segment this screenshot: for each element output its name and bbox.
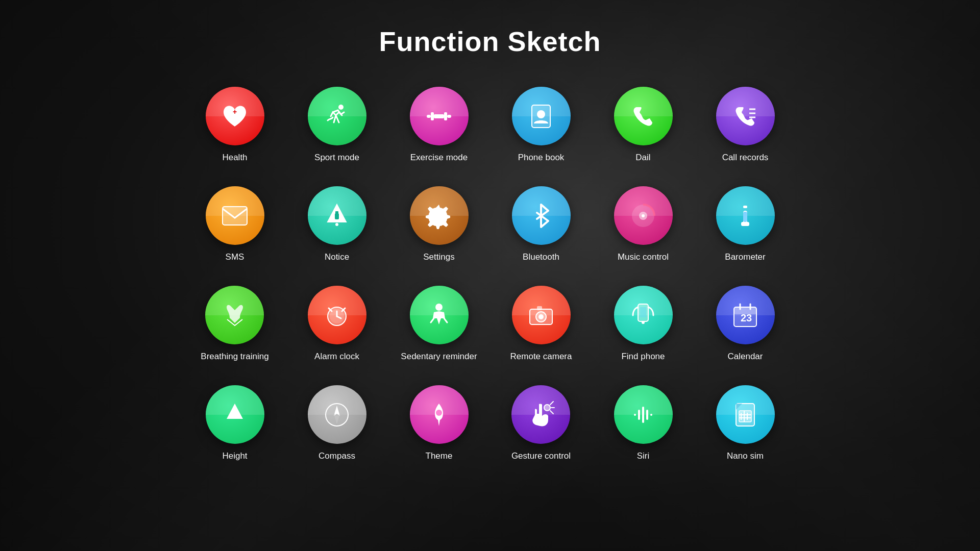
svg-rect-21 — [743, 206, 747, 208]
function-item-settings[interactable]: Settings — [410, 186, 469, 262]
svg-rect-14 — [335, 223, 338, 226]
barometer-label: Barometer — [725, 252, 765, 262]
function-item-dail[interactable]: Dail — [614, 87, 673, 163]
svg-rect-6 — [444, 112, 447, 120]
function-item-barometer[interactable]: Barometer — [716, 186, 775, 262]
function-item-gesture-control[interactable]: Gesture control — [511, 385, 571, 461]
calendar-label: Calendar — [728, 352, 763, 362]
health-icon: + — [206, 87, 264, 145]
function-item-music-control[interactable]: Music control — [614, 186, 673, 262]
function-item-sport-mode[interactable]: Sport mode — [308, 87, 366, 163]
gesture-control-label: Gesture control — [511, 451, 571, 461]
function-item-compass[interactable]: Compass — [308, 385, 366, 461]
call-records-label: Call records — [722, 153, 769, 163]
sport-mode-label: Sport mode — [314, 153, 359, 163]
svg-point-49 — [436, 410, 442, 416]
svg-rect-13 — [223, 207, 247, 225]
function-item-find-phone[interactable]: Find phone — [614, 286, 673, 362]
function-grid: +HealthSport modeExercise modePhone book… — [191, 78, 789, 470]
function-item-nano-sim[interactable]: Nano sim — [716, 385, 775, 461]
function-item-height[interactable]: Height — [206, 385, 264, 461]
nano-sim-icon — [716, 385, 775, 444]
sedentary-reminder-label: Sedentary reminder — [401, 352, 477, 362]
dail-label: Dail — [635, 153, 650, 163]
svg-point-2 — [338, 105, 344, 110]
function-item-alarm-clock[interactable]: Alarm clock — [308, 286, 366, 362]
breathing-training-label: Breathing training — [201, 352, 268, 362]
svg-point-9 — [537, 110, 545, 118]
svg-point-38 — [642, 321, 645, 324]
find-phone-label: Find phone — [621, 352, 665, 362]
function-item-phone-book[interactable]: Phone book — [512, 87, 571, 163]
compass-label: Compass — [318, 451, 355, 461]
health-label: Health — [222, 153, 247, 163]
phone-book-icon — [512, 87, 571, 145]
settings-icon — [410, 186, 469, 245]
svg-rect-3 — [427, 115, 431, 118]
svg-rect-16 — [335, 211, 338, 214]
notice-icon — [308, 186, 366, 245]
function-item-call-records[interactable]: Call records — [716, 87, 775, 163]
svg-point-50 — [544, 405, 550, 411]
alarm-clock-label: Alarm clock — [314, 352, 359, 362]
theme-icon — [410, 385, 469, 444]
music-control-label: Music control — [618, 252, 669, 262]
function-item-sedentary-reminder[interactable]: Sedentary reminder — [401, 286, 477, 362]
function-item-bluetooth[interactable]: Bluetooth — [512, 186, 571, 262]
theme-label: Theme — [426, 451, 453, 461]
function-item-siri[interactable]: Siri — [614, 385, 673, 461]
phone-book-label: Phone book — [518, 153, 565, 163]
sms-icon — [206, 186, 264, 245]
function-item-exercise-mode[interactable]: Exercise mode — [410, 87, 469, 163]
height-label: Height — [222, 451, 247, 461]
exercise-mode-icon — [410, 87, 469, 145]
function-item-notice[interactable]: Notice — [308, 186, 366, 262]
svg-rect-4 — [447, 115, 451, 118]
remote-camera-icon — [512, 286, 571, 344]
sms-label: SMS — [226, 252, 244, 262]
alarm-clock-icon — [308, 286, 366, 344]
svg-text:+: + — [233, 108, 237, 116]
function-item-breathing-training[interactable]: Breathing training — [201, 286, 268, 362]
svg-rect-35 — [537, 306, 542, 310]
bluetooth-label: Bluetooth — [523, 252, 559, 262]
compass-icon — [308, 385, 366, 444]
notice-label: Notice — [325, 252, 349, 262]
music-control-icon — [614, 186, 673, 245]
function-item-health[interactable]: +Health — [206, 87, 264, 163]
function-item-theme[interactable]: Theme — [410, 385, 469, 461]
height-icon — [206, 385, 264, 444]
svg-point-34 — [538, 314, 544, 319]
sport-mode-icon — [308, 87, 366, 145]
sedentary-reminder-icon — [410, 286, 469, 344]
function-item-calendar[interactable]: 23Calendar — [716, 286, 775, 362]
function-item-remote-camera[interactable]: Remote camera — [510, 286, 572, 362]
svg-rect-7 — [434, 114, 444, 118]
svg-rect-24 — [743, 212, 747, 222]
siri-icon — [614, 385, 673, 444]
function-item-sms[interactable]: SMS — [206, 186, 264, 262]
settings-label: Settings — [423, 252, 454, 262]
nano-sim-label: Nano sim — [727, 451, 764, 461]
barometer-icon — [716, 186, 775, 245]
exercise-mode-label: Exercise mode — [410, 153, 468, 163]
call-records-icon — [716, 87, 775, 145]
bluetooth-icon — [512, 186, 571, 245]
svg-point-31 — [435, 304, 443, 311]
find-phone-icon — [614, 286, 673, 344]
page-title: Function Sketch — [379, 26, 601, 57]
svg-point-20 — [642, 214, 645, 217]
svg-rect-37 — [640, 307, 646, 317]
gesture-control-icon — [511, 385, 570, 444]
svg-rect-23 — [741, 222, 749, 226]
calendar-icon: 23 — [716, 286, 775, 344]
svg-rect-5 — [431, 112, 434, 120]
svg-text:23: 23 — [741, 312, 752, 323]
dail-icon — [614, 87, 673, 145]
remote-camera-label: Remote camera — [510, 352, 572, 362]
breathing-training-icon — [205, 286, 264, 344]
svg-rect-15 — [335, 213, 339, 219]
siri-label: Siri — [637, 451, 650, 461]
